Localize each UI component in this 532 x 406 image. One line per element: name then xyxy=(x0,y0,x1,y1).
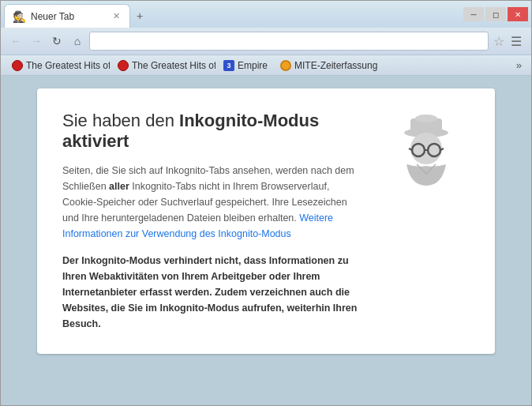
window-controls: ─ ◻ ✕ xyxy=(463,4,528,28)
new-tab-button[interactable]: + xyxy=(130,6,149,25)
incognito-body-bold: aller xyxy=(109,181,129,192)
svg-point-2 xyxy=(415,115,437,122)
navigation-bar: ← → ↻ ⌂ ☆ ☰ xyxy=(1,28,531,55)
home-button[interactable]: ⌂ xyxy=(69,32,86,50)
tab-close-button[interactable]: ✕ xyxy=(111,11,122,22)
spy-svg xyxy=(387,111,466,190)
tab-icon: 🕵️ xyxy=(13,10,26,23)
bookmarks-bar: The Greatest Hits of ... The Greatest Hi… xyxy=(1,55,531,76)
back-button[interactable]: ← xyxy=(7,32,24,50)
address-bar[interactable] xyxy=(89,32,489,51)
bookmark-icon-1 xyxy=(12,60,23,71)
bookmark-item-4[interactable]: MITE-Zeiterfassung xyxy=(275,58,378,73)
incognito-card: Sie haben den Inkognito-Modus aktiviert … xyxy=(37,88,495,354)
svg-point-3 xyxy=(410,133,442,164)
page-content: Sie haben den Inkognito-Modus aktiviert … xyxy=(1,76,531,405)
forward-button[interactable]: → xyxy=(28,32,45,50)
incognito-title-plain: Sie haben den xyxy=(62,111,179,130)
bookmark-label-3: Empire xyxy=(238,60,268,71)
active-tab[interactable]: 🕵️ Neuer Tab ✕ xyxy=(4,4,130,28)
bookmark-label-2: The Greatest Hits of ... xyxy=(132,60,215,71)
bookmark-item-3[interactable]: 3 Empire xyxy=(219,58,272,73)
browser-window: 🕵️ Neuer Tab ✕ + ─ ◻ ✕ ← → ↻ ⌂ ☆ ☰ The G… xyxy=(0,0,532,406)
incognito-body: Seiten, die Sie sich auf Inkognito-Tabs … xyxy=(62,163,364,242)
empire-icon: 3 xyxy=(223,60,234,71)
reload-button[interactable]: ↻ xyxy=(48,32,66,50)
incognito-warning: Der Inkognito-Modus verhindert nicht, da… xyxy=(62,253,364,332)
tab-title: Neuer Tab xyxy=(31,11,74,22)
menu-button[interactable]: ☰ xyxy=(508,32,525,51)
bookmark-item-1[interactable]: The Greatest Hits of ... xyxy=(7,58,110,73)
close-button[interactable]: ✕ xyxy=(508,7,528,21)
bookmark-icon-4 xyxy=(280,60,291,71)
title-bar: 🕵️ Neuer Tab ✕ + ─ ◻ ✕ xyxy=(1,1,531,28)
bookmark-label-4: MITE-Zeiterfassung xyxy=(294,60,377,71)
incognito-icon-section xyxy=(383,111,470,190)
bookmark-label-1: The Greatest Hits of ... xyxy=(26,60,110,71)
minimize-button[interactable]: ─ xyxy=(463,7,484,21)
incognito-text-section: Sie haben den Inkognito-Modus aktiviert … xyxy=(62,111,364,332)
bookmark-star-button[interactable]: ☆ xyxy=(493,34,504,49)
restore-button[interactable]: ◻ xyxy=(485,7,506,21)
incognito-title: Sie haben den Inkognito-Modus aktiviert xyxy=(62,111,364,152)
bookmark-item-2[interactable]: The Greatest Hits of ... xyxy=(113,58,215,73)
bookmark-icon-2 xyxy=(118,60,129,71)
bookmarks-more-button[interactable]: » xyxy=(513,58,525,73)
